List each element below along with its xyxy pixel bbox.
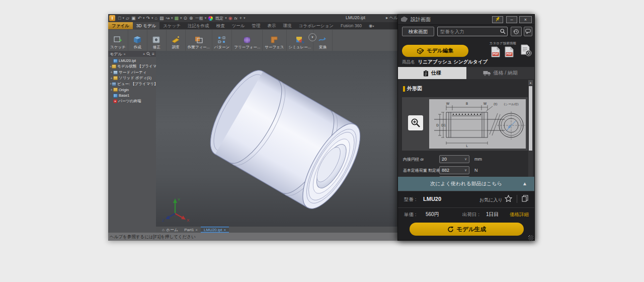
browser-menu-icon[interactable]: ≡ <box>152 52 154 56</box>
undo-icon[interactable]: ↶ <box>137 15 141 22</box>
tree-item-model-states[interactable]: +モデル状態 【プライマリ】 <box>110 64 156 70</box>
pin-button[interactable] <box>492 16 503 23</box>
ribbon-button-convert[interactable]: 変換 <box>313 30 333 51</box>
color-wheel-icon[interactable] <box>208 16 213 21</box>
expander-icon[interactable]: + <box>110 70 113 74</box>
adjust-icon[interactable]: ◉ <box>228 15 232 22</box>
content-scrollbar[interactable]: ▲ <box>528 80 533 177</box>
tab-inspect[interactable]: 検査 <box>213 22 228 29</box>
suggestion-bar[interactable]: 次によく使われる部品はこちら ▲ <box>398 177 534 191</box>
close-tab-icon[interactable]: × <box>223 228 226 232</box>
ribbon-button-create[interactable]: 作成 <box>128 30 147 51</box>
catalog-pdf-link[interactable]: カタログ PDF <box>490 41 502 59</box>
tab-file[interactable]: ファイル <box>108 22 133 29</box>
look-at-icon[interactable]: ▧ <box>159 15 164 22</box>
material-select-caret-icon[interactable]: ▾ <box>205 15 207 22</box>
tab-annotate[interactable]: 注記を作成 <box>184 22 213 29</box>
search-screen-button[interactable]: 検索画面 <box>402 27 434 36</box>
redo-caret-icon[interactable]: ▾ <box>151 15 153 22</box>
drawing-zoom-button[interactable] <box>408 115 423 130</box>
3d-viewport[interactable]: Y X Z <box>156 51 397 227</box>
undo-caret-icon[interactable]: ▾ <box>143 15 145 22</box>
doc-tab-lmu20[interactable]: LMU20.ipt × <box>201 227 229 233</box>
doc-tab-part1[interactable]: Part1 × <box>181 227 201 233</box>
catalog-pdf-icon: PDF <box>491 46 500 57</box>
ribbon-button-surface[interactable]: サーフェス <box>263 30 286 51</box>
feedback-button[interactable] <box>524 27 532 36</box>
home-view-icon[interactable]: ⌂ <box>155 15 157 22</box>
resize-grip[interactable] <box>528 235 533 240</box>
ribbon-button-pattern[interactable]: パターン <box>212 30 232 51</box>
browser-search-icon[interactable] <box>146 52 150 56</box>
tree-item-solid-bodies[interactable]: +ソリッド ボディ(1) <box>110 76 156 82</box>
sweep-caret-icon[interactable]: ▾ <box>171 15 173 22</box>
save-icon[interactable]: ▣ <box>131 15 136 22</box>
ribbon-button-freeform[interactable]: フリーフォー... <box>232 30 263 51</box>
material-icon[interactable]: ▩ <box>175 15 179 22</box>
generate-model-button[interactable]: モデル生成 <box>410 223 524 236</box>
material-caret-icon[interactable]: ▾ <box>180 15 182 22</box>
new-caret-icon[interactable]: ▾ <box>122 15 124 22</box>
tree-item-third-party[interactable]: +サード パーティ <box>110 69 156 76</box>
tab-sketch[interactable]: スケッチ <box>159 22 184 29</box>
price-detail-link[interactable]: 価格詳細 <box>510 212 529 218</box>
tree-item-base1[interactable]: Base1 <box>110 93 156 99</box>
tree-item-origin[interactable]: +Origin <box>110 87 156 93</box>
product-name: リニアブッシュ シングルタイプ <box>418 59 488 65</box>
tree-item-end-of-part[interactable]: ×パーツの終端 <box>110 99 156 105</box>
expand-up-icon[interactable]: ▲ <box>522 181 527 186</box>
ribbon-button-inspect[interactable]: 調査 <box>167 30 186 51</box>
bore-diameter-select[interactable]: 20 ∨ <box>439 155 469 163</box>
search-icon[interactable] <box>500 29 506 34</box>
appearance-caret-icon[interactable]: ▾ <box>225 15 227 22</box>
material-select[interactable]: 一般 <box>195 16 203 21</box>
modify-icon <box>152 36 161 44</box>
tech-info-pdf-link[interactable]: 技術情報 PDF <box>503 41 515 59</box>
tab-environments[interactable]: 環境 <box>280 22 295 29</box>
tab-spec[interactable]: 仕様 <box>398 67 466 79</box>
appearance-select[interactable]: 既定 <box>215 16 223 21</box>
ribbon-button-sketch[interactable]: スケッチ <box>108 30 128 51</box>
ribbon-button-work-features[interactable]: 作業フィー... <box>186 30 212 51</box>
model-edit-button[interactable]: モデル編集 <box>402 45 468 57</box>
close-button[interactable]: × <box>519 16 532 23</box>
sweep-select-icon[interactable]: ↝ <box>166 15 170 22</box>
minimize-button[interactable]: – <box>506 16 517 23</box>
tab-fusion360[interactable]: Fusion 360 <box>337 22 365 29</box>
scrollbar-thumb[interactable] <box>529 86 532 151</box>
browser-close-icon[interactable]: × <box>124 52 126 56</box>
spec-sheet-link[interactable] <box>520 44 532 58</box>
no-material-icon[interactable]: ⊗ <box>189 15 193 22</box>
ribbon-collapse-button[interactable]: ▼ <box>308 33 316 41</box>
browser-add-icon[interactable]: + <box>143 52 145 56</box>
doc-tab-home[interactable]: ⌂ ホーム <box>159 227 181 233</box>
scroll-up-icon[interactable]: ▲ <box>528 80 533 85</box>
tab-tools[interactable]: ツール <box>228 22 249 29</box>
expander-icon[interactable]: + <box>110 77 113 80</box>
qat-caret-icon[interactable]: ▾ <box>244 15 246 22</box>
redo-icon[interactable]: ↷ <box>146 15 150 22</box>
copy-icon[interactable] <box>522 195 528 202</box>
tree-item-part[interactable]: LMU20.ipt <box>110 58 156 64</box>
parameters-fx-icon[interactable]: fx <box>234 16 237 21</box>
favorite-star-icon[interactable] <box>505 195 512 202</box>
tab-collaborate[interactable]: コラボレーション <box>295 22 337 29</box>
close-tab-icon[interactable]: × <box>195 228 198 232</box>
product-row: 商品名 リニアブッシュ シングルタイプ <box>402 59 488 65</box>
tab-3d-model[interactable]: 3D モデル <box>133 22 159 29</box>
history-button[interactable] <box>511 27 522 36</box>
inventor-logo-icon[interactable]: I <box>109 15 115 21</box>
tab-view[interactable]: 表示 <box>264 22 280 29</box>
expander-icon[interactable]: + <box>110 88 113 92</box>
tree-item-view[interactable]: +ビュー: 【プライマリ】 <box>110 81 156 87</box>
open-icon[interactable]: ▱ <box>126 15 129 22</box>
new-document-icon[interactable]: □ <box>118 15 121 22</box>
load-rating-select[interactable]: 882 ∨ <box>439 166 469 174</box>
tab-price-delivery[interactable]: 価格 / 納期 <box>466 67 535 79</box>
measure-plus-icon[interactable]: + <box>239 15 242 22</box>
presence-icon[interactable]: ⊙ <box>184 15 188 22</box>
tab-manage[interactable]: 管理 <box>249 22 264 29</box>
tab-overflow-icon[interactable]: ◉▾ <box>365 22 377 29</box>
ribbon-button-modify[interactable]: 修正 <box>147 30 167 51</box>
part-number-input[interactable] <box>437 27 508 36</box>
